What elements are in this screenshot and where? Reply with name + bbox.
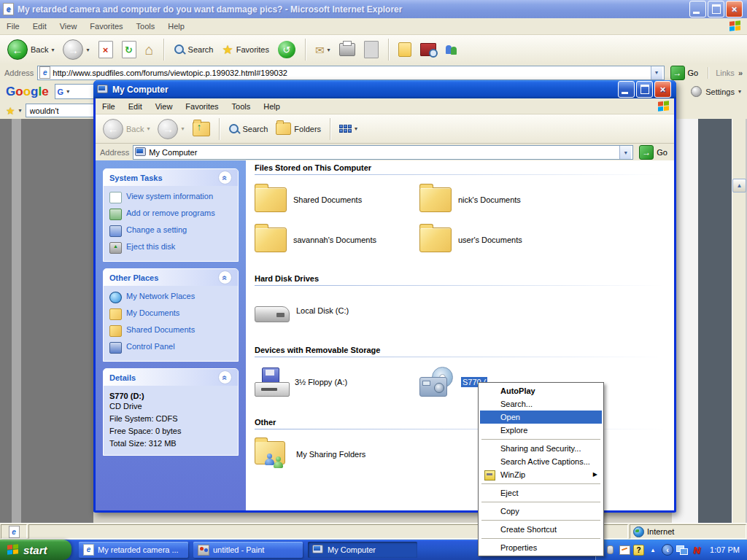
- ie-back-button[interactable]: ← Back ▾: [4, 38, 57, 61]
- menu-item-search[interactable]: Search...: [480, 397, 602, 411]
- item-shared-documents[interactable]: Shared Documents: [255, 182, 419, 217]
- views-dropdown-icon[interactable]: ▾: [355, 125, 357, 132]
- ie-titlebar[interactable]: e My retarded camera and computer do you…: [0, 0, 747, 18]
- item-floppy-a[interactable]: 3½ Floppy (A:): [255, 365, 419, 400]
- place-shared-documents[interactable]: Shared Documents: [109, 325, 233, 337]
- hide-icons-chevron-icon[interactable]: ▴: [647, 544, 659, 556]
- google-settings-button[interactable]: Settings ▾: [691, 86, 741, 97]
- explorer-menu-favorites[interactable]: Favorites: [179, 100, 225, 113]
- item-savannahs-documents[interactable]: savannah's Documents: [255, 222, 419, 257]
- explorer-titlebar[interactable]: My Computer ×: [93, 80, 676, 98]
- forward-dropdown-icon[interactable]: ▾: [86, 47, 89, 53]
- find-input[interactable]: [28, 106, 96, 116]
- ie-history-button[interactable]: ↺: [275, 39, 298, 60]
- task-view-system-information[interactable]: View system information: [109, 192, 233, 203]
- explorer-search-button[interactable]: Search: [225, 122, 271, 136]
- explorer-forward-button[interactable]: → ▾: [155, 117, 187, 141]
- menu-item-winzip[interactable]: WinZip ▶: [480, 468, 602, 481]
- menu-item-eject[interactable]: Eject: [480, 486, 602, 499]
- explorer-back-button[interactable]: ← Back ▾: [100, 117, 152, 141]
- explorer-menu-view[interactable]: View: [149, 100, 179, 113]
- ie-menu-file[interactable]: File: [0, 20, 26, 33]
- ie-menu-help[interactable]: Help: [161, 20, 191, 33]
- collapse-chevron-icon[interactable]: «: [218, 271, 232, 284]
- explorer-menu-edit[interactable]: Edit: [122, 100, 149, 113]
- ie-menu-edit[interactable]: Edit: [26, 20, 53, 33]
- task-change-a-setting[interactable]: Change a setting: [109, 225, 233, 237]
- taskbar-button-my-computer[interactable]: My Computer: [308, 542, 417, 558]
- antivirus-tray-icon[interactable]: N: [691, 544, 703, 556]
- bookmark-dropdown-icon[interactable]: ▾: [19, 107, 22, 114]
- back-dropdown-icon[interactable]: ▾: [51, 47, 54, 53]
- explorer-address-field[interactable]: My Computer ▾: [133, 145, 633, 160]
- item-users-documents[interactable]: user's Documents: [419, 222, 664, 257]
- ie-address-input[interactable]: [53, 69, 648, 77]
- explorer-menu-tools[interactable]: Tools: [225, 100, 258, 113]
- help-tray-icon[interactable]: ?: [633, 545, 644, 556]
- ie-stop-button[interactable]: ×: [96, 39, 116, 60]
- explorer-folders-button[interactable]: Folders: [273, 121, 324, 136]
- menu-item-copy[interactable]: Copy: [480, 505, 602, 518]
- explorer-menu-help[interactable]: Help: [257, 100, 287, 113]
- ie-minimize-button[interactable]: [689, 1, 706, 18]
- address-dropdown-icon[interactable]: ▾: [619, 146, 631, 159]
- ie-edit-button[interactable]: [361, 39, 382, 60]
- settings-dropdown-icon[interactable]: ▾: [738, 88, 741, 95]
- task-eject-this-disk[interactable]: Eject this disk: [109, 242, 233, 254]
- explorer-go-button[interactable]: → Go: [637, 145, 670, 160]
- ie-discuss-button[interactable]: [395, 41, 414, 58]
- taskbar-clock[interactable]: 1:07 PM: [710, 545, 740, 554]
- ie-search-button[interactable]: Search: [171, 42, 217, 57]
- ie-menu-tools[interactable]: Tools: [130, 20, 162, 33]
- task-add-remove-programs[interactable]: Add or remove programs: [109, 209, 233, 220]
- find-field[interactable]: [26, 104, 98, 117]
- ie-favorites-button[interactable]: ★ Favorites: [219, 42, 272, 58]
- start-button[interactable]: start: [0, 540, 71, 560]
- explorer-close-button[interactable]: ×: [654, 81, 671, 98]
- ie-menu-view[interactable]: View: [53, 20, 84, 33]
- page-scrollbar[interactable]: ▲: [732, 119, 746, 524]
- place-my-documents[interactable]: My Documents: [109, 308, 233, 320]
- taskbar-button-ie[interactable]: e My retarded camera ...: [79, 542, 188, 558]
- place-control-panel[interactable]: Control Panel: [109, 342, 233, 354]
- menu-item-sharing-and-security[interactable]: Sharing and Security...: [480, 442, 602, 455]
- ie-refresh-button[interactable]: ↻: [119, 39, 139, 60]
- item-nicks-documents[interactable]: nick's Documents: [419, 182, 664, 217]
- ie-menu-favorites[interactable]: Favorites: [83, 20, 129, 33]
- microphone-tray-icon[interactable]: [604, 544, 616, 556]
- menu-item-explore[interactable]: Explore: [480, 424, 602, 437]
- scroll-up-button[interactable]: ▲: [732, 179, 746, 192]
- ie-mail-button[interactable]: ✉ ▾: [312, 43, 333, 57]
- address-dropdown-icon[interactable]: ▾: [651, 66, 662, 79]
- links-label[interactable]: Links: [716, 69, 735, 77]
- item-my-sharing-folders[interactable]: My Sharing Folders: [255, 437, 419, 472]
- menu-item-open[interactable]: Open: [480, 411, 602, 424]
- ie-print-button[interactable]: [336, 42, 358, 58]
- menu-item-create-shortcut[interactable]: Create Shortcut: [480, 523, 602, 536]
- links-more-icon[interactable]: »: [738, 69, 743, 77]
- ie-research-button[interactable]: [417, 42, 439, 58]
- explorer-menu-file[interactable]: File: [96, 100, 122, 113]
- menu-item-autoplay[interactable]: AutoPlay: [480, 384, 602, 397]
- explorer-views-button[interactable]: ▾: [336, 123, 360, 134]
- collapse-chevron-icon[interactable]: «: [218, 370, 232, 384]
- taskbar-button-paint[interactable]: untitled - Paint: [193, 542, 303, 558]
- ie-go-button[interactable]: → Go: [668, 66, 701, 80]
- ie-forward-button[interactable]: → ▾: [60, 38, 92, 61]
- msn-tray-icon[interactable]: ‹: [662, 544, 673, 556]
- bookmark-star-icon[interactable]: ★: [6, 106, 15, 116]
- ie-address-field[interactable]: e ▾: [37, 66, 664, 80]
- system-tasks-header[interactable]: System Tasks «: [104, 169, 238, 186]
- place-my-network-places[interactable]: My Network Places: [109, 292, 233, 303]
- menu-item-search-active-captions[interactable]: Search Active Captions...: [480, 455, 602, 468]
- network-tray-icon[interactable]: [676, 544, 688, 556]
- collapse-chevron-icon[interactable]: «: [218, 171, 232, 184]
- messenger-pen-tray-icon[interactable]: [619, 544, 630, 556]
- mail-dropdown-icon[interactable]: ▾: [328, 47, 330, 53]
- ie-close-button[interactable]: ×: [726, 1, 743, 18]
- details-header[interactable]: Details «: [104, 369, 238, 386]
- other-places-header[interactable]: Other Places «: [104, 269, 238, 286]
- google-dropdown-icon[interactable]: ▾: [66, 88, 69, 95]
- menu-item-properties[interactable]: Properties: [480, 541, 602, 554]
- explorer-restore-button[interactable]: [636, 81, 653, 98]
